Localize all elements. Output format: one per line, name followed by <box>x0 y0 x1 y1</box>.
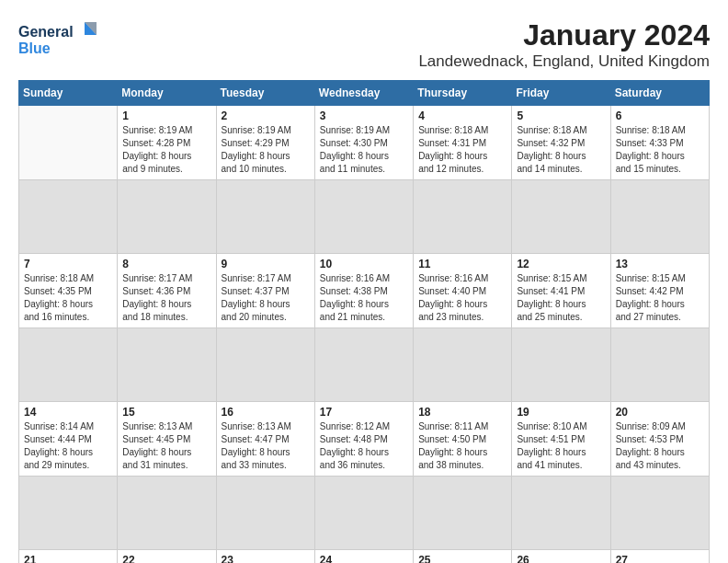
day-info: Sunrise: 8:16 AM Sunset: 4:40 PM Dayligh… <box>418 272 506 324</box>
day-info: Sunrise: 8:13 AM Sunset: 4:45 PM Dayligh… <box>122 420 210 472</box>
day-info: Sunrise: 8:18 AM Sunset: 4:32 PM Dayligh… <box>517 124 605 176</box>
header-friday: Friday <box>512 81 610 106</box>
table-row: 27Sunrise: 8:02 AM Sunset: 5:04 PM Dayli… <box>610 550 709 564</box>
page-header: General Blue January 2024 Landewednack, … <box>18 18 710 71</box>
table-row: 22Sunrise: 8:07 AM Sunset: 4:56 PM Dayli… <box>118 550 216 564</box>
table-row: 1Sunrise: 8:19 AM Sunset: 4:28 PM Daylig… <box>118 106 216 180</box>
header-thursday: Thursday <box>414 81 512 106</box>
day-info: Sunrise: 8:11 AM Sunset: 4:50 PM Dayligh… <box>418 420 506 472</box>
day-number: 23 <box>222 554 310 563</box>
header-saturday: Saturday <box>610 81 709 106</box>
table-row: 6Sunrise: 8:18 AM Sunset: 4:33 PM Daylig… <box>610 106 709 180</box>
table-row: 18Sunrise: 8:11 AM Sunset: 4:50 PM Dayli… <box>414 402 512 477</box>
day-info: Sunrise: 8:14 AM Sunset: 4:44 PM Dayligh… <box>24 420 112 472</box>
table-row: 8Sunrise: 8:17 AM Sunset: 4:36 PM Daylig… <box>118 254 216 328</box>
day-info: Sunrise: 8:17 AM Sunset: 4:36 PM Dayligh… <box>122 272 210 324</box>
header-monday: Monday <box>118 81 216 106</box>
row-separator <box>19 180 710 254</box>
header-wednesday: Wednesday <box>314 81 413 106</box>
table-row: 4Sunrise: 8:18 AM Sunset: 4:31 PM Daylig… <box>414 106 512 180</box>
day-number: 11 <box>418 258 506 270</box>
day-number: 15 <box>122 406 210 419</box>
calendar-week-row: 7Sunrise: 8:18 AM Sunset: 4:35 PM Daylig… <box>19 254 710 328</box>
day-info: Sunrise: 8:18 AM Sunset: 4:33 PM Dayligh… <box>616 124 704 176</box>
logo-svg: General Blue <box>18 18 110 60</box>
table-row: 9Sunrise: 8:17 AM Sunset: 4:37 PM Daylig… <box>216 254 314 328</box>
table-row: 16Sunrise: 8:13 AM Sunset: 4:47 PM Dayli… <box>216 402 314 477</box>
title-block: January 2024 Landewednack, England, Unit… <box>418 18 710 71</box>
table-row: 3Sunrise: 8:19 AM Sunset: 4:30 PM Daylig… <box>314 106 413 180</box>
day-info: Sunrise: 8:13 AM Sunset: 4:47 PM Dayligh… <box>222 420 310 472</box>
table-row: 20Sunrise: 8:09 AM Sunset: 4:53 PM Dayli… <box>610 402 709 477</box>
table-row: 26Sunrise: 8:03 AM Sunset: 5:02 PM Dayli… <box>512 550 610 564</box>
day-number: 24 <box>320 554 408 563</box>
row-separator <box>19 328 710 402</box>
table-row: 21Sunrise: 8:08 AM Sunset: 4:54 PM Dayli… <box>19 550 118 564</box>
calendar-table: Sunday Monday Tuesday Wednesday Thursday… <box>18 80 710 563</box>
day-number: 14 <box>24 406 112 419</box>
day-number: 5 <box>517 109 605 122</box>
table-row: 2Sunrise: 8:19 AM Sunset: 4:29 PM Daylig… <box>216 106 314 180</box>
day-info: Sunrise: 8:15 AM Sunset: 4:42 PM Dayligh… <box>616 272 704 324</box>
row-separator <box>19 477 710 550</box>
table-row: 23Sunrise: 8:06 AM Sunset: 4:58 PM Dayli… <box>216 550 314 564</box>
day-info: Sunrise: 8:12 AM Sunset: 4:48 PM Dayligh… <box>320 420 408 472</box>
day-info: Sunrise: 8:18 AM Sunset: 4:35 PM Dayligh… <box>24 272 112 324</box>
day-number: 10 <box>320 258 408 270</box>
day-number: 13 <box>616 258 704 270</box>
day-number: 27 <box>616 554 704 563</box>
day-number: 17 <box>320 406 408 419</box>
day-info: Sunrise: 8:17 AM Sunset: 4:37 PM Dayligh… <box>222 272 310 324</box>
day-number: 3 <box>320 109 408 122</box>
calendar-week-row: 14Sunrise: 8:14 AM Sunset: 4:44 PM Dayli… <box>19 402 710 477</box>
day-number: 19 <box>517 406 605 419</box>
day-number: 18 <box>418 406 506 419</box>
day-info: Sunrise: 8:09 AM Sunset: 4:53 PM Dayligh… <box>616 420 704 472</box>
day-info: Sunrise: 8:19 AM Sunset: 4:30 PM Dayligh… <box>320 124 408 176</box>
table-row: 12Sunrise: 8:15 AM Sunset: 4:41 PM Dayli… <box>512 254 610 328</box>
day-info: Sunrise: 8:16 AM Sunset: 4:38 PM Dayligh… <box>320 272 408 324</box>
day-number: 7 <box>24 258 112 270</box>
day-number: 6 <box>616 109 704 122</box>
day-info: Sunrise: 8:15 AM Sunset: 4:41 PM Dayligh… <box>517 272 605 324</box>
calendar-week-row: 21Sunrise: 8:08 AM Sunset: 4:54 PM Dayli… <box>19 550 710 564</box>
table-row: 5Sunrise: 8:18 AM Sunset: 4:32 PM Daylig… <box>512 106 610 180</box>
day-number: 21 <box>24 554 112 563</box>
calendar-week-row: 1Sunrise: 8:19 AM Sunset: 4:28 PM Daylig… <box>19 106 710 180</box>
day-number: 26 <box>517 554 605 563</box>
day-number: 1 <box>122 109 210 122</box>
header-sunday: Sunday <box>19 81 118 106</box>
svg-text:Blue: Blue <box>18 40 51 56</box>
table-row: 7Sunrise: 8:18 AM Sunset: 4:35 PM Daylig… <box>19 254 118 328</box>
svg-text:General: General <box>18 24 74 40</box>
day-number: 16 <box>222 406 310 419</box>
calendar-title: January 2024 <box>418 18 710 52</box>
day-number: 8 <box>122 258 210 270</box>
day-number: 25 <box>418 554 506 563</box>
calendar-header-row: Sunday Monday Tuesday Wednesday Thursday… <box>19 81 710 106</box>
table-row: 11Sunrise: 8:16 AM Sunset: 4:40 PM Dayli… <box>414 254 512 328</box>
day-number: 4 <box>418 109 506 122</box>
table-row: 24Sunrise: 8:05 AM Sunset: 4:59 PM Dayli… <box>314 550 413 564</box>
day-number: 20 <box>616 406 704 419</box>
day-info: Sunrise: 8:10 AM Sunset: 4:51 PM Dayligh… <box>517 420 605 472</box>
header-tuesday: Tuesday <box>216 81 314 106</box>
table-row: 19Sunrise: 8:10 AM Sunset: 4:51 PM Dayli… <box>512 402 610 477</box>
day-info: Sunrise: 8:19 AM Sunset: 4:28 PM Dayligh… <box>122 124 210 176</box>
table-row: 14Sunrise: 8:14 AM Sunset: 4:44 PM Dayli… <box>19 402 118 477</box>
table-row <box>19 106 118 180</box>
day-info: Sunrise: 8:18 AM Sunset: 4:31 PM Dayligh… <box>418 124 506 176</box>
day-number: 12 <box>517 258 605 270</box>
day-info: Sunrise: 8:19 AM Sunset: 4:29 PM Dayligh… <box>222 124 310 176</box>
table-row: 13Sunrise: 8:15 AM Sunset: 4:42 PM Dayli… <box>610 254 709 328</box>
day-number: 9 <box>222 258 310 270</box>
day-number: 22 <box>122 554 210 563</box>
calendar-subtitle: Landewednack, England, United Kingdom <box>418 52 710 71</box>
table-row: 17Sunrise: 8:12 AM Sunset: 4:48 PM Dayli… <box>314 402 413 477</box>
table-row: 25Sunrise: 8:04 AM Sunset: 5:01 PM Dayli… <box>414 550 512 564</box>
logo: General Blue <box>18 18 110 60</box>
table-row: 15Sunrise: 8:13 AM Sunset: 4:45 PM Dayli… <box>118 402 216 477</box>
table-row: 10Sunrise: 8:16 AM Sunset: 4:38 PM Dayli… <box>314 254 413 328</box>
day-number: 2 <box>222 109 310 122</box>
